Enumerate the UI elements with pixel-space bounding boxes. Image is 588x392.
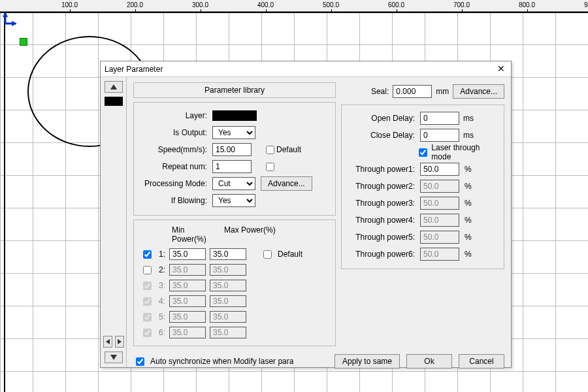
- power-row: 6:: [140, 325, 329, 340]
- seal-label: Seal:: [371, 87, 389, 96]
- speed-input[interactable]: [212, 143, 252, 156]
- max-power-input[interactable]: [210, 248, 246, 260]
- min-power-input: [169, 264, 206, 276]
- svg-marker-1: [3, 12, 8, 17]
- power-enable-checkbox[interactable]: [143, 313, 152, 321]
- speed-default-label: Default: [276, 145, 301, 154]
- power-enable-checkbox[interactable]: [143, 282, 152, 290]
- max-power-input: [210, 264, 246, 276]
- through-power-label: Through power3:: [348, 199, 420, 208]
- svg-marker-7: [110, 355, 117, 360]
- layer-list-pane: [101, 77, 127, 367]
- is-output-label: Is Output:: [140, 128, 212, 137]
- speed-label: Speed(mm/s):: [140, 145, 212, 154]
- auto-sync-checkbox[interactable]: [136, 357, 144, 366]
- svg-marker-4: [110, 84, 117, 90]
- max-power-input: [210, 311, 246, 323]
- through-power-unit: %: [465, 250, 472, 259]
- chevron-right-icon: [118, 339, 122, 344]
- repeat-checkbox[interactable]: [266, 163, 274, 171]
- chevron-down-icon: [110, 355, 117, 360]
- through-power-input: [420, 180, 459, 193]
- mode-label: Processing Mode:: [140, 179, 212, 188]
- laser-through-checkbox[interactable]: [419, 148, 427, 157]
- seal-advance-button[interactable]: Advance...: [453, 84, 504, 99]
- power-enable-checkbox[interactable]: [143, 266, 152, 274]
- power-row: 5:: [140, 309, 329, 325]
- power-row: 2:: [140, 262, 329, 278]
- min-power-input[interactable]: [169, 248, 206, 260]
- speed-default-checkbox[interactable]: [266, 146, 274, 154]
- blowing-select[interactable]: Yes: [212, 194, 255, 207]
- ruler-tick: 600.0: [388, 1, 404, 8]
- mode-select[interactable]: Cut: [212, 177, 255, 190]
- close-icon[interactable]: ✕: [495, 63, 507, 75]
- ok-button[interactable]: Ok: [406, 354, 452, 368]
- min-power-input: [169, 311, 206, 323]
- through-power-input: [420, 231, 459, 244]
- scroll-up-button[interactable]: [105, 81, 123, 93]
- layer-swatch-black[interactable]: [105, 97, 123, 106]
- through-power-label: Through power6:: [348, 250, 420, 259]
- through-power-row: Through power3:%: [348, 195, 497, 211]
- power-row-num: 1:: [155, 250, 165, 259]
- axis-y: [4, 12, 5, 392]
- through-power-row: Through power5:%: [348, 229, 497, 245]
- open-delay-label: Open Delay:: [348, 114, 420, 123]
- through-power-label: Through power1:: [348, 165, 420, 174]
- svg-marker-5: [106, 339, 110, 344]
- power-row: 3:: [140, 278, 329, 293]
- repeat-input[interactable]: [212, 160, 252, 173]
- seal-unit: mm: [436, 87, 449, 96]
- scroll-right-button[interactable]: [115, 336, 124, 348]
- power-enable-checkbox[interactable]: [143, 297, 152, 306]
- power-row-num: 2:: [155, 265, 165, 274]
- through-power-unit: %: [465, 199, 472, 208]
- repeat-label: Repeat num:: [140, 162, 212, 171]
- layer-settings-panel: Layer: Is Output: Yes Speed(mm/s):: [133, 102, 336, 216]
- max-power-input: [210, 327, 246, 338]
- close-delay-unit: ms: [463, 131, 474, 140]
- through-power-label: Through power4:: [348, 216, 420, 225]
- ruler-tick: 400.0: [257, 1, 274, 8]
- ruler-tick: 800.0: [519, 1, 535, 8]
- canvas-object-handle[interactable]: [20, 38, 27, 46]
- close-delay-label: Close Delay:: [348, 131, 420, 140]
- parameter-library-button[interactable]: Parameter library: [133, 82, 336, 98]
- power-row-num: 5:: [155, 312, 165, 321]
- scroll-left-button[interactable]: [103, 336, 112, 348]
- layer-label: Layer:: [140, 111, 212, 120]
- power-default-checkbox[interactable]: [263, 250, 272, 259]
- ruler-tick: 700.0: [453, 1, 470, 8]
- through-power-unit: %: [465, 165, 472, 174]
- through-power-input: [420, 214, 459, 227]
- layer-parameter-dialog: Layer Parameter ✕: [100, 61, 512, 368]
- power-row: 1: Default: [140, 246, 329, 262]
- chevron-left-icon: [106, 339, 110, 344]
- through-power-input[interactable]: [420, 163, 459, 176]
- ruler-tick: 900.0: [584, 1, 588, 8]
- seal-input[interactable]: [393, 85, 432, 98]
- layer-color-swatch[interactable]: [212, 110, 257, 121]
- min-power-input: [169, 327, 206, 338]
- cancel-button[interactable]: Cancel: [459, 354, 504, 368]
- through-power-unit: %: [465, 216, 472, 225]
- max-power-header: Max Power(%): [224, 225, 276, 244]
- ruler-tick: 500.0: [323, 1, 339, 8]
- dialog-titlebar[interactable]: Layer Parameter ✕: [101, 61, 511, 77]
- min-power-input: [169, 280, 206, 291]
- apply-to-same-button[interactable]: Apply to same: [335, 354, 400, 368]
- is-output-select[interactable]: Yes: [212, 126, 255, 139]
- origin-icon: [3, 12, 17, 26]
- close-delay-input[interactable]: [420, 129, 459, 142]
- mode-advance-button[interactable]: Advance...: [261, 176, 312, 191]
- chevron-up-icon: [110, 84, 117, 90]
- open-delay-input[interactable]: [420, 112, 459, 125]
- through-power-row: Through power1:%: [348, 161, 497, 177]
- power-row-num: 6:: [155, 328, 165, 337]
- power-enable-checkbox[interactable]: [143, 329, 152, 337]
- power-enable-checkbox[interactable]: [143, 250, 152, 259]
- power-row: 4:: [140, 293, 329, 309]
- scroll-down-button[interactable]: [105, 351, 123, 363]
- ruler-horizontal: 100.0 200.0 300.0 400.0 500.0 600.0 700.…: [0, 0, 588, 12]
